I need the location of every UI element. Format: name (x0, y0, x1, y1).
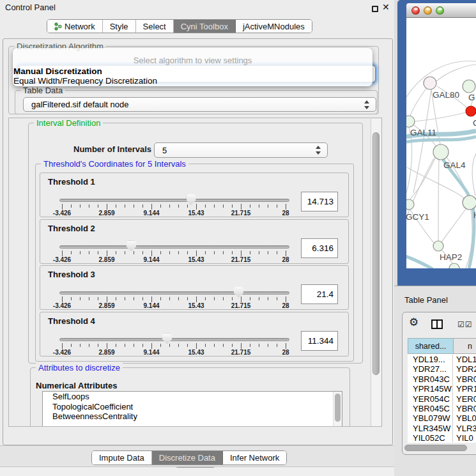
list-scrollbar[interactable] (333, 392, 342, 427)
slider-thumb[interactable] (162, 334, 172, 344)
cell-shared-name: YPR145W (408, 384, 453, 394)
network-window-titlebar[interactable] (406, 3, 476, 18)
columns-icon[interactable] (431, 319, 443, 329)
network-canvas[interactable]: GAL80GCGAL11GAL4GCY1HHAP2 (406, 18, 476, 268)
table-row[interactable]: YBR045CYBR0 (408, 404, 476, 413)
tick-label: 2.859 (88, 256, 126, 263)
tick-mark (142, 251, 143, 254)
network-node[interactable] (449, 263, 459, 268)
tick-mark (62, 343, 63, 349)
vertical-scrollbar-thumb[interactable] (372, 132, 380, 375)
list-scrollbar-thumb[interactable] (335, 394, 341, 422)
close-traffic-light-icon[interactable] (411, 6, 420, 15)
tab-infer-network[interactable]: Infer Network (223, 451, 286, 464)
tick-mark (107, 296, 107, 302)
tick-mark (277, 297, 277, 300)
tick-mark (160, 297, 161, 300)
network-edge[interactable] (406, 137, 476, 142)
network-edge[interactable] (436, 65, 476, 81)
slider-thumb[interactable] (234, 287, 243, 298)
network-edge[interactable] (441, 209, 466, 242)
threshold-label: Threshold 3 (48, 270, 95, 279)
table-row[interactable]: YPR145WYPR1 (408, 384, 476, 394)
menu-item-equal-width-frequency[interactable]: Equal Width/Frequency Discretization (13, 76, 157, 86)
slider-track[interactable] (59, 199, 289, 202)
network-view-window[interactable]: GAL80GCGAL11GAL4GCY1HHAP2 (397, 0, 476, 286)
network-node[interactable] (466, 106, 476, 116)
gear-icon[interactable]: ⚙ (409, 316, 418, 329)
column-header-n[interactable]: n (453, 338, 476, 354)
network-node-gal11[interactable] (406, 116, 415, 127)
zoom-traffic-light-icon[interactable] (436, 6, 444, 15)
network-node-hap2[interactable] (433, 241, 443, 251)
network-node-gcy1[interactable] (406, 199, 414, 210)
table-row[interactable]: YIL052CYIL0 (408, 433, 476, 442)
checkbox-icons[interactable]: ☑☑ (457, 320, 473, 329)
float-window-icon[interactable] (372, 6, 378, 12)
threshold-value-field[interactable]: 21.4 (301, 284, 338, 304)
network-edge[interactable] (472, 153, 476, 196)
network-node-gal4[interactable] (433, 144, 449, 160)
tick-mark (178, 204, 179, 208)
minimize-traffic-light-icon[interactable] (424, 6, 432, 15)
horizontal-scrollbar-thumb[interactable] (404, 445, 467, 451)
cell-name: YBR0 (453, 404, 476, 413)
status-strip (0, 468, 394, 476)
slider-track[interactable] (59, 245, 289, 249)
tick-mark (80, 344, 81, 347)
network-node-h[interactable] (463, 196, 476, 210)
tick-mark (250, 344, 250, 347)
table-row[interactable]: YBR043CYBR0 (408, 374, 476, 384)
tick-mark (187, 297, 188, 300)
tab-cyni-toolbox[interactable]: Cyni Toolbox (174, 20, 236, 33)
interval-definition-group: Interval Definition Number of Intervals … (28, 123, 363, 364)
table-row[interactable]: YLR345WYLR3 (408, 424, 476, 433)
tick-mark (268, 204, 268, 208)
threshold-value-field[interactable]: 14.713 (301, 192, 338, 211)
tab-style[interactable]: Style (103, 20, 136, 33)
list-item-selfloops[interactable]: SelfLoops (43, 392, 342, 402)
threshold-value-field[interactable]: 6.316 (301, 238, 338, 258)
tab-discretize-data[interactable]: Discretize Data (152, 451, 223, 464)
tab-jactivemnodules[interactable]: jActiveMNodules (236, 20, 312, 33)
numerical-attributes-list[interactable]: SelfLoopsTopologicalCoefficientBetweenne… (42, 391, 342, 427)
column-header-shared[interactable]: shared... (408, 338, 453, 354)
cell-shared-name: YIL052C (408, 433, 453, 442)
table-panel-title: Table Panel (404, 295, 448, 305)
menu-item-manual-discretization[interactable]: Manual Discretization (13, 66, 102, 76)
network-node-g[interactable] (463, 80, 475, 93)
tick-mark (232, 344, 233, 347)
threshold-value-field[interactable]: 11.344 (301, 331, 338, 351)
number-of-intervals-value: 5 (162, 146, 167, 155)
table-data-select[interactable]: galFiltered.sif default node (23, 97, 376, 112)
network-edge[interactable] (438, 160, 439, 241)
cell-name: YIL0 (453, 433, 476, 442)
slider-track[interactable] (59, 338, 289, 341)
table-row[interactable]: YDR27...YDR2 (408, 364, 476, 374)
vertical-scrollbar[interactable] (371, 119, 381, 427)
table-row[interactable]: YDL19...YDL1 (408, 355, 476, 364)
network-edge[interactable] (415, 112, 466, 121)
table-row[interactable]: YBL079WYBL0 (408, 413, 476, 423)
list-item-betweennesscentrality[interactable]: BetweennessCentrality (43, 411, 342, 422)
tick-mark (107, 204, 107, 210)
node-label: H (473, 210, 476, 220)
tick-label: 28 (266, 302, 305, 309)
network-node-gal80[interactable] (424, 77, 436, 89)
table-row[interactable]: YER054CYER0 (408, 394, 476, 404)
tab-network[interactable]: Network (47, 20, 103, 33)
close-icon[interactable]: ✕ (382, 2, 390, 12)
horizontal-scrollbar[interactable] (404, 445, 476, 451)
tick-mark (178, 251, 179, 254)
list-item-topologicalcoefficient[interactable]: TopologicalCoefficient (43, 402, 342, 412)
network-edge[interactable] (406, 253, 433, 268)
number-of-intervals-select[interactable]: 5 (154, 142, 328, 158)
network-edge[interactable] (410, 87, 427, 116)
tab-select[interactable]: Select (136, 20, 174, 33)
cyni-toolbox-content: Discretization Algorithm Select algorith… (3, 38, 393, 445)
tab-impute-data[interactable]: Impute Data (92, 451, 152, 464)
slider-thumb[interactable] (127, 241, 136, 252)
slider-thumb[interactable] (187, 194, 196, 205)
slider-track[interactable] (59, 291, 289, 295)
threshold-box: Threshold 4-3.4262.8599.14415.4321.71528… (40, 312, 349, 357)
